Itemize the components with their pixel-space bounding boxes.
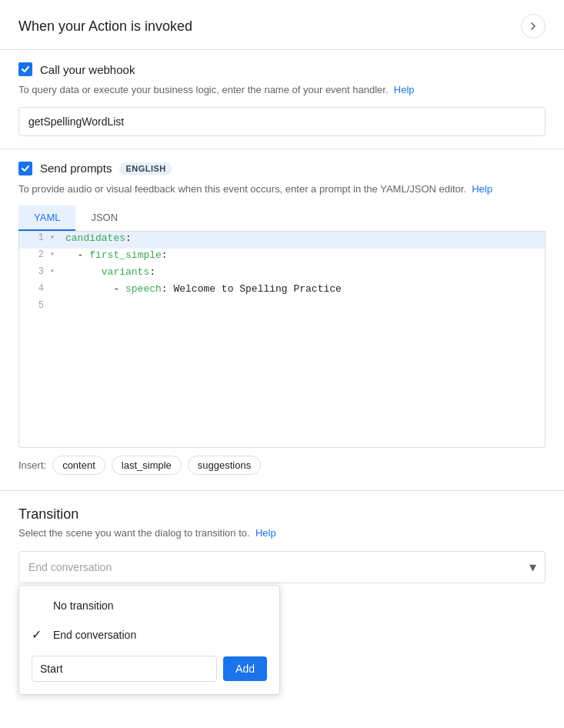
add-scene-button[interactable]: Add (223, 656, 267, 681)
code-line-5: 5 (19, 299, 545, 316)
no-transition-label: No transition (53, 599, 114, 612)
line-arrow-3: ▾ (50, 266, 62, 276)
code-line-2: 2 ▾ - first_simple: (19, 249, 545, 265)
check-icon: ✓ (32, 627, 45, 642)
webhook-help-link[interactable]: Help (394, 84, 415, 95)
insert-chip-last-simple[interactable]: last_simple (112, 456, 182, 475)
editor-tabs: YAML JSON (18, 205, 546, 231)
code-line-3: 3 ▾ variants: (19, 265, 545, 282)
line-num-3: 3 (19, 266, 50, 277)
dropdown-search-row: Add (19, 650, 279, 688)
code-line-1: 1 ▾ candidates: (19, 232, 545, 249)
prompts-help-link[interactable]: Help (472, 183, 492, 195)
tab-json[interactable]: JSON (75, 205, 133, 231)
line-arrow-1: ▾ (50, 232, 62, 242)
end-conversation-label: End conversation (53, 629, 136, 641)
insert-label: Insert: (18, 459, 46, 471)
dropdown-menu: No transition ✓ End conversation Add (18, 585, 280, 695)
line-num-1: 1 (19, 232, 50, 243)
webhook-checkbox-row: Call your webhook (18, 62, 546, 76)
prompts-checkbox[interactable] (18, 162, 32, 175)
scene-search-input[interactable] (32, 656, 217, 682)
code-line-4: 4 - speech: Welcome to Spelling Practice (19, 282, 545, 299)
prompts-checkbox-row: Send prompts ENGLISH (18, 162, 546, 175)
transition-dropdown-wrapper: End conversation ▾ No transition ✓ End c… (18, 551, 546, 583)
dropdown-item-no-transition[interactable]: No transition (19, 592, 279, 619)
webhook-description: To query data or execute your business l… (18, 82, 546, 98)
prompts-section: Send prompts ENGLISH To provide audio or… (0, 149, 564, 491)
nav-button[interactable] (521, 14, 546, 38)
webhook-input[interactable] (18, 107, 546, 136)
line-content-1: candidates: (62, 232, 545, 244)
page-header: When your Action is invoked (0, 0, 564, 50)
webhook-label: Call your webhook (40, 63, 135, 76)
line-arrow-2: ▾ (50, 249, 62, 259)
insert-chip-content[interactable]: content (52, 456, 105, 475)
transition-title: Transition (18, 506, 546, 523)
line-num-2: 2 (19, 249, 50, 260)
page-title: When your Action is invoked (18, 18, 192, 35)
webhook-section: Call your webhook To query data or execu… (0, 50, 564, 149)
language-badge: ENGLISH (119, 162, 172, 175)
insert-row: Insert: content last_simple suggestions (18, 448, 546, 478)
line-content-2: - first_simple: (62, 249, 545, 261)
prompts-description: To provide audio or visual feedback when… (18, 182, 546, 197)
transition-description: Select the scene you want the dialog to … (18, 527, 546, 539)
line-content-4: - speech: Welcome to Spelling Practice (62, 283, 545, 295)
dropdown-item-end-conversation[interactable]: ✓ End conversation (19, 619, 279, 650)
webhook-checkbox[interactable] (18, 62, 32, 76)
transition-help-link[interactable]: Help (255, 527, 276, 539)
line-num-5: 5 (19, 300, 50, 311)
transition-section: Transition Select the scene you want the… (0, 491, 564, 583)
dropdown-placeholder-text: End conversation (28, 561, 112, 573)
transition-dropdown[interactable]: End conversation (18, 551, 546, 583)
code-lines: 1 ▾ candidates: 2 ▾ - first_simple: 3 ▾ … (19, 232, 545, 447)
page-container: When your Action is invoked Call your we… (0, 0, 564, 583)
tab-yaml[interactable]: YAML (18, 205, 75, 231)
insert-chip-suggestions[interactable]: suggestions (188, 456, 261, 475)
line-num-4: 4 (19, 283, 50, 294)
prompts-label: Send prompts (40, 162, 112, 175)
code-editor[interactable]: 1 ▾ candidates: 2 ▾ - first_simple: 3 ▾ … (18, 231, 546, 448)
line-content-3: variants: (62, 266, 545, 278)
